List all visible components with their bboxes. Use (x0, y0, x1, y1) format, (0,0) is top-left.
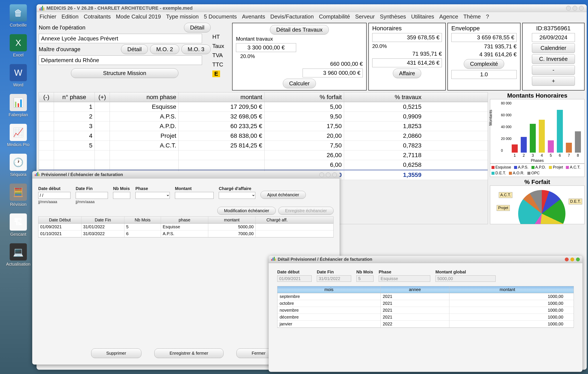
col-minus[interactable]: (-) (39, 92, 54, 102)
maitre-ouvrage-input[interactable]: Département du Rhône (39, 55, 202, 65)
window-controls[interactable] (566, 6, 584, 11)
bar-chart: Montants 020 00040 00060 00080 000 12345… (490, 99, 585, 164)
honoraires-ttc[interactable]: 431 614,26 € (372, 58, 442, 67)
det-ph (379, 275, 430, 282)
menu-item[interactable]: Serveur (355, 13, 375, 20)
col-num[interactable]: n° phase (54, 92, 95, 102)
menu-item[interactable]: Avenants (242, 13, 265, 20)
desktop-icon-gescant[interactable]: 🏗 Gescant (3, 214, 33, 237)
menu-item[interactable]: Mode Calcul 2019 (116, 13, 161, 20)
col-forfait[interactable]: % forfait (264, 92, 344, 102)
prev-charge-select[interactable] (219, 192, 255, 199)
det-row[interactable]: décembre20211000,00 (277, 314, 574, 321)
honoraires-ht[interactable]: 359 678,55 € (372, 33, 442, 42)
minimize-icon[interactable] (566, 6, 571, 11)
desktop-icon-medicis-pro[interactable]: 📈 Médicis Pro (3, 124, 33, 147)
mo2-button[interactable]: M.O. 2 (150, 44, 179, 54)
prev-row[interactable]: 01/10/202131/03/2022 6A.P.S. 7000,00 (39, 230, 333, 237)
col-name[interactable]: nom phase (110, 92, 178, 102)
complexite-button[interactable]: Complexité (464, 59, 504, 69)
menu-item[interactable]: Devis/Facturation (270, 13, 314, 20)
supprimer-button[interactable]: Supprimer (91, 348, 141, 358)
prev-table[interactable]: Date Début Date Fin Nb Mois phase montan… (38, 216, 334, 237)
close-icon[interactable] (579, 6, 584, 11)
enveloppe-v2: 731 935,71 € (451, 43, 517, 50)
menu-item[interactable]: Agence (439, 13, 458, 20)
detail-button[interactable]: Détail (184, 23, 211, 32)
montant-travaux-input[interactable]: 3 300 000,00 € (236, 43, 296, 52)
desktop-icon-sequora[interactable]: 🕐 Séquora (3, 154, 33, 177)
det-row[interactable]: novembre20211000,00 (277, 307, 574, 314)
desktop-icon-word[interactable]: W Word (3, 64, 33, 87)
inverse-button[interactable]: C. Inversée (532, 54, 575, 64)
menu-item[interactable]: ? (486, 13, 489, 20)
calculer-button[interactable]: Calculer (283, 79, 316, 88)
menu-item[interactable]: Edition (62, 13, 79, 20)
desktop-icon-actualisation[interactable]: 💻 Actualisation (3, 243, 33, 267)
modif-echeancier-button[interactable]: Modification échéancier (217, 207, 276, 215)
det-close-icon[interactable] (565, 257, 569, 261)
prev-min-icon[interactable] (319, 172, 324, 177)
mo3-button[interactable]: M.O. 3 (181, 44, 211, 54)
minus-button[interactable]: - (532, 65, 575, 75)
menu-item[interactable]: 5 Documents (204, 13, 237, 20)
plus-button[interactable]: + (532, 76, 575, 86)
phase-row[interactable]: 5 A.C.T. 25 814,25 € 7,50 0,7823 (39, 141, 488, 150)
enveloppe-v1[interactable]: 3 659 678,55 € (451, 33, 517, 42)
menu-item[interactable]: Utilitaires (411, 13, 434, 20)
desktop-icon-corbeille[interactable]: 🗑 Corbeille (3, 4, 33, 28)
desktop-icon-excel[interactable]: X Excel (3, 34, 33, 58)
prev-montant-input[interactable] (175, 192, 214, 199)
id-panel: ID:83756961 26/09/2024 Calendrier C. Inv… (522, 23, 585, 90)
phase-row[interactable]: 26,00 2,7118 (39, 150, 488, 160)
ajout-echeancier-button[interactable]: Ajout échéancier (261, 191, 306, 199)
menu-item[interactable]: Comptabilité (319, 13, 350, 20)
prev-row[interactable]: 01/09/202131/01/2022 5Esquisse 5000,00 (39, 224, 333, 230)
menu-item[interactable]: Thème (463, 13, 481, 20)
phase-row[interactable]: 2 A.P.S. 32 698,05 € 9,50 0,9909 (39, 112, 488, 121)
phase-row[interactable]: 4 Projet 68 838,00 € 20,00 2,0860 (39, 131, 488, 141)
enveloppe-panel: Enveloppe 3 659 678,55 € 731 935,71 € 4 … (447, 23, 521, 90)
menu-item[interactable]: Cotraitants (84, 13, 111, 20)
col-montant[interactable]: montant (178, 92, 264, 102)
desktop-icon-faberplan[interactable]: 📊 Faberplan (3, 94, 33, 117)
complexite-value[interactable]: 1.0 (451, 70, 517, 79)
enregistrer-fermer-button[interactable]: Enregistrer & fermer (154, 348, 223, 358)
desktop-icon-revision[interactable]: 🧮 Révision (3, 183, 33, 207)
menu-item[interactable]: Fichier (40, 13, 56, 20)
nom-operation-input[interactable]: Annexe Lycée Jacques Prévert (39, 34, 202, 43)
phase-row[interactable]: 3 A.P.D. 60 233,25 € 17,50 1,8253 (39, 121, 488, 131)
prev-date-fin-input[interactable] (76, 192, 108, 199)
prev-phase-select[interactable] (135, 192, 170, 199)
enreg-echeancier-button[interactable]: Enregistre échéancier (278, 207, 334, 215)
phase-row[interactable]: 6,00 0,6258 (39, 160, 488, 170)
maximize-icon[interactable] (573, 6, 577, 11)
side-labels: HT Taux TVA TTC E (212, 23, 230, 90)
det-row[interactable]: septembre20211000,00 (277, 293, 574, 300)
structure-mission-button[interactable]: Structure Mission (71, 68, 178, 78)
menu-item[interactable]: Synthèses (380, 13, 406, 20)
phase-row[interactable]: 1 Esquisse 17 209,50 € 5,00 0,5215 (39, 102, 488, 112)
calendrier-button[interactable]: Calendrier (532, 43, 575, 53)
prev-max-icon[interactable] (326, 172, 331, 177)
prev-date-debut-input[interactable] (38, 192, 71, 199)
col-travaux[interactable]: % travaux (344, 92, 424, 102)
detail-table[interactable]: mois annee montant septembre20211000,00 … (277, 286, 574, 328)
det-min-icon[interactable] (570, 257, 574, 261)
col-plus[interactable]: (+) (95, 92, 110, 102)
det-max-icon[interactable] (576, 257, 580, 261)
menu-bar: FichierEditionCotraitantsMode Calcul 201… (37, 12, 587, 21)
menu-item[interactable]: Type mission (166, 13, 199, 20)
det-row[interactable]: octobre20211000,00 (277, 300, 574, 307)
detail-travaux-button[interactable]: Détail des Travaux (270, 25, 329, 35)
det-row[interactable]: janvier20221000,00 (277, 321, 574, 328)
ttc-travaux-input[interactable]: 3 960 000,00 € (303, 69, 363, 77)
gescant-icon: 🏗 (10, 214, 27, 231)
prev-close-icon[interactable] (332, 172, 337, 177)
honoraires-panel: Honoraires 359 678,55 € 20.0% 71 935,71 … (368, 23, 446, 90)
date-input[interactable]: 26/09/2024 (532, 33, 575, 42)
prev-nbmois-input[interactable] (113, 192, 130, 199)
excel-icon: X (10, 34, 27, 51)
detail-mo-button[interactable]: Détail (121, 44, 148, 54)
affaire-button[interactable]: Affaire (393, 69, 421, 78)
